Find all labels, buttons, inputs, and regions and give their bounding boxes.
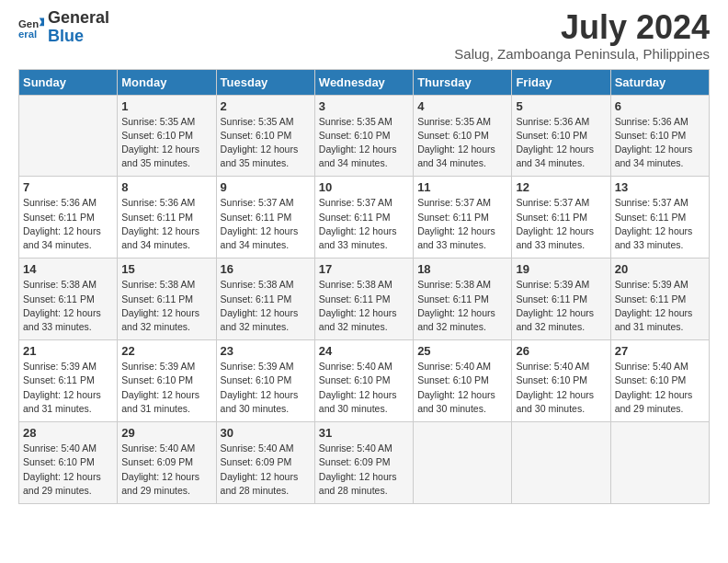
calendar-cell: 18Sunrise: 5:38 AMSunset: 6:11 PMDayligh… — [414, 259, 512, 340]
title-block: July 2024 Salug, Zamboanga Peninsula, Ph… — [454, 9, 710, 62]
calendar-body: 1Sunrise: 5:35 AMSunset: 6:10 PMDaylight… — [19, 95, 710, 503]
calendar-cell — [512, 422, 610, 504]
calendar-cell: 21Sunrise: 5:39 AMSunset: 6:11 PMDayligh… — [19, 340, 118, 422]
day-number: 16 — [221, 262, 311, 276]
svg-text:eral: eral — [18, 28, 37, 39]
day-number: 28 — [23, 426, 113, 440]
calendar-cell: 1Sunrise: 5:35 AMSunset: 6:10 PMDaylight… — [118, 95, 216, 177]
day-info: Sunrise: 5:40 AMSunset: 6:09 PMDaylight:… — [221, 442, 311, 498]
calendar-cell: 28Sunrise: 5:40 AMSunset: 6:10 PMDayligh… — [19, 422, 118, 504]
day-number: 24 — [319, 344, 409, 358]
day-number: 2 — [221, 99, 311, 113]
header-cell-wednesday: Wednesday — [314, 69, 413, 95]
day-number: 26 — [516, 344, 606, 358]
calendar-week-5: 28Sunrise: 5:40 AMSunset: 6:10 PMDayligh… — [19, 422, 710, 504]
day-number: 8 — [121, 180, 211, 194]
day-number: 17 — [319, 262, 409, 276]
day-info: Sunrise: 5:40 AMSunset: 6:10 PMDaylight:… — [516, 360, 606, 416]
calendar-cell: 11Sunrise: 5:37 AMSunset: 6:11 PMDayligh… — [414, 177, 512, 259]
day-info: Sunrise: 5:39 AMSunset: 6:11 PMDaylight:… — [615, 278, 705, 334]
day-number: 20 — [615, 262, 705, 276]
day-info: Sunrise: 5:39 AMSunset: 6:10 PMDaylight:… — [121, 360, 211, 416]
day-number: 25 — [417, 344, 507, 358]
calendar-cell — [414, 422, 512, 504]
calendar-cell: 8Sunrise: 5:36 AMSunset: 6:11 PMDaylight… — [118, 177, 216, 259]
calendar-cell: 22Sunrise: 5:39 AMSunset: 6:10 PMDayligh… — [118, 340, 216, 422]
day-number: 22 — [121, 344, 211, 358]
calendar-cell: 23Sunrise: 5:39 AMSunset: 6:10 PMDayligh… — [216, 340, 314, 422]
day-number: 13 — [615, 180, 705, 194]
day-number: 30 — [221, 426, 311, 440]
day-info: Sunrise: 5:35 AMSunset: 6:10 PMDaylight:… — [319, 115, 409, 171]
day-info: Sunrise: 5:39 AMSunset: 6:11 PMDaylight:… — [23, 360, 113, 416]
day-info: Sunrise: 5:36 AMSunset: 6:11 PMDaylight:… — [121, 196, 211, 252]
header-cell-tuesday: Tuesday — [216, 69, 314, 95]
day-info: Sunrise: 5:35 AMSunset: 6:10 PMDaylight:… — [221, 115, 311, 171]
calendar-cell: 30Sunrise: 5:40 AMSunset: 6:09 PMDayligh… — [216, 422, 314, 504]
day-number: 31 — [319, 426, 409, 440]
calendar-week-4: 21Sunrise: 5:39 AMSunset: 6:11 PMDayligh… — [19, 340, 710, 422]
day-info: Sunrise: 5:40 AMSunset: 6:09 PMDaylight:… — [319, 442, 409, 498]
page-header: Gen eral General Blue July 2024 Salug, Z… — [18, 9, 710, 62]
calendar-table: SundayMondayTuesdayWednesdayThursdayFrid… — [18, 69, 710, 504]
calendar-cell: 9Sunrise: 5:37 AMSunset: 6:11 PMDaylight… — [216, 177, 314, 259]
logo-line1: General — [48, 8, 109, 27]
calendar-cell: 12Sunrise: 5:37 AMSunset: 6:11 PMDayligh… — [512, 177, 610, 259]
day-number: 5 — [516, 99, 606, 113]
calendar-cell: 2Sunrise: 5:35 AMSunset: 6:10 PMDaylight… — [216, 95, 314, 177]
day-info: Sunrise: 5:37 AMSunset: 6:11 PMDaylight:… — [221, 196, 311, 252]
calendar-cell: 7Sunrise: 5:36 AMSunset: 6:11 PMDaylight… — [19, 177, 118, 259]
day-info: Sunrise: 5:38 AMSunset: 6:11 PMDaylight:… — [221, 278, 311, 334]
day-number: 23 — [221, 344, 311, 358]
day-info: Sunrise: 5:37 AMSunset: 6:11 PMDaylight:… — [615, 196, 705, 252]
calendar-cell: 5Sunrise: 5:36 AMSunset: 6:10 PMDaylight… — [512, 95, 610, 177]
calendar-week-3: 14Sunrise: 5:38 AMSunset: 6:11 PMDayligh… — [19, 259, 710, 340]
day-info: Sunrise: 5:37 AMSunset: 6:11 PMDaylight:… — [319, 196, 409, 252]
day-info: Sunrise: 5:35 AMSunset: 6:10 PMDaylight:… — [417, 115, 507, 171]
day-info: Sunrise: 5:38 AMSunset: 6:11 PMDaylight:… — [319, 278, 409, 334]
calendar-header-row: SundayMondayTuesdayWednesdayThursdayFrid… — [19, 69, 710, 95]
day-info: Sunrise: 5:40 AMSunset: 6:09 PMDaylight:… — [121, 442, 211, 498]
header-cell-sunday: Sunday — [19, 69, 118, 95]
day-info: Sunrise: 5:35 AMSunset: 6:10 PMDaylight:… — [121, 115, 211, 171]
calendar-cell: 17Sunrise: 5:38 AMSunset: 6:11 PMDayligh… — [314, 259, 413, 340]
day-number: 1 — [121, 99, 211, 113]
day-number: 29 — [121, 426, 211, 440]
calendar-week-1: 1Sunrise: 5:35 AMSunset: 6:10 PMDaylight… — [19, 95, 710, 177]
day-info: Sunrise: 5:40 AMSunset: 6:10 PMDaylight:… — [319, 360, 409, 416]
day-info: Sunrise: 5:40 AMSunset: 6:10 PMDaylight:… — [417, 360, 507, 416]
day-info: Sunrise: 5:37 AMSunset: 6:11 PMDaylight:… — [417, 196, 507, 252]
svg-marker-2 — [40, 17, 44, 26]
day-number: 6 — [615, 99, 705, 113]
calendar-cell: 4Sunrise: 5:35 AMSunset: 6:10 PMDaylight… — [414, 95, 512, 177]
day-info: Sunrise: 5:40 AMSunset: 6:10 PMDaylight:… — [23, 442, 113, 498]
day-number: 4 — [417, 99, 507, 113]
calendar-cell: 20Sunrise: 5:39 AMSunset: 6:11 PMDayligh… — [610, 259, 709, 340]
day-number: 15 — [121, 262, 211, 276]
calendar-cell: 31Sunrise: 5:40 AMSunset: 6:09 PMDayligh… — [314, 422, 413, 504]
day-number: 7 — [23, 180, 113, 194]
day-info: Sunrise: 5:38 AMSunset: 6:11 PMDaylight:… — [23, 278, 113, 334]
day-info: Sunrise: 5:38 AMSunset: 6:11 PMDaylight:… — [417, 278, 507, 334]
calendar-week-2: 7Sunrise: 5:36 AMSunset: 6:11 PMDaylight… — [19, 177, 710, 259]
calendar-cell: 26Sunrise: 5:40 AMSunset: 6:10 PMDayligh… — [512, 340, 610, 422]
day-number: 10 — [319, 180, 409, 194]
day-info: Sunrise: 5:37 AMSunset: 6:11 PMDaylight:… — [516, 196, 606, 252]
day-number: 12 — [516, 180, 606, 194]
location-subtitle: Salug, Zamboanga Peninsula, Philippines — [454, 46, 710, 62]
calendar-cell: 10Sunrise: 5:37 AMSunset: 6:11 PMDayligh… — [314, 177, 413, 259]
day-info: Sunrise: 5:36 AMSunset: 6:10 PMDaylight:… — [516, 115, 606, 171]
calendar-cell: 29Sunrise: 5:40 AMSunset: 6:09 PMDayligh… — [118, 422, 216, 504]
logo: Gen eral General Blue — [18, 9, 109, 46]
day-number: 11 — [417, 180, 507, 194]
calendar-cell: 16Sunrise: 5:38 AMSunset: 6:11 PMDayligh… — [216, 259, 314, 340]
day-number: 21 — [23, 344, 113, 358]
day-number: 18 — [417, 262, 507, 276]
logo-icon: Gen eral — [18, 15, 44, 40]
calendar-cell: 24Sunrise: 5:40 AMSunset: 6:10 PMDayligh… — [314, 340, 413, 422]
calendar-cell: 19Sunrise: 5:39 AMSunset: 6:11 PMDayligh… — [512, 259, 610, 340]
day-info: Sunrise: 5:39 AMSunset: 6:10 PMDaylight:… — [221, 360, 311, 416]
day-number: 19 — [516, 262, 606, 276]
day-number: 3 — [319, 99, 409, 113]
day-info: Sunrise: 5:38 AMSunset: 6:11 PMDaylight:… — [121, 278, 211, 334]
